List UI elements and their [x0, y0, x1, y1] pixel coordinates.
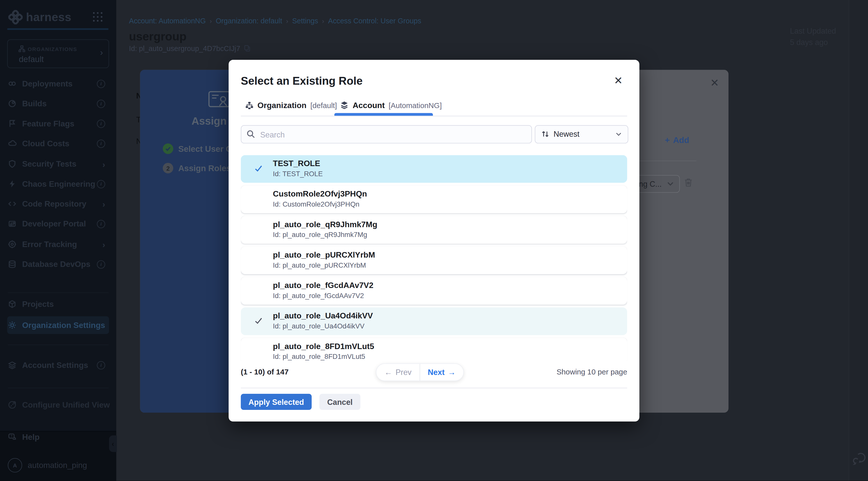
sidebar-item-cloud-costs[interactable]: Cloud Costs i: [8, 134, 108, 153]
delete-role-icon[interactable]: [684, 178, 692, 187]
prev-page-button[interactable]: ← Prev: [376, 368, 420, 377]
sidebar-item-help[interactable]: ? Help: [8, 428, 108, 447]
harness-logo: harness: [8, 10, 71, 24]
sidebar-item-error-tracking[interactable]: Error Tracking ›: [8, 235, 108, 254]
next-page-button[interactable]: Next →: [420, 368, 463, 377]
layers-icon: [340, 101, 349, 110]
search-box: [241, 125, 532, 144]
feature-flags-icon: [8, 119, 17, 128]
sidebar-item-deployments[interactable]: Deployments i: [8, 74, 108, 93]
pagination-range: (1 - 10) of 147: [241, 368, 288, 376]
sidebar-item-configure-unified-view[interactable]: Configure Unified View: [8, 396, 108, 414]
sort-dropdown[interactable]: Newest: [535, 125, 628, 144]
sidebar-item-feature-flags[interactable]: Feature Flags i: [8, 114, 108, 133]
cancel-button[interactable]: Cancel: [319, 394, 361, 410]
active-tab-underline: [334, 113, 433, 116]
sidebar-divider: [8, 344, 108, 345]
sidebar-item-security-tests[interactable]: Security Tests ›: [8, 155, 108, 173]
info-icon: i: [97, 139, 105, 148]
wrench-icon: [8, 400, 17, 410]
role-row-selected[interactable]: pl_auto_role_Ua4Od4ikVV Id: pl_auto_role…: [241, 307, 627, 335]
role-card-icon: [208, 91, 230, 107]
help-chat-icon: ?: [8, 432, 17, 441]
pagination-pill: ← Prev Next →: [376, 363, 464, 381]
add-role-button[interactable]: + Add: [665, 135, 689, 145]
sidebar-collapse-handle[interactable]: ‹: [109, 435, 117, 452]
sidebar-item-projects[interactable]: Projects: [8, 295, 108, 313]
sidebar-item-builds[interactable]: Builds i: [8, 94, 108, 113]
breadcrumb-link-organization[interactable]: Organization: default: [216, 17, 282, 25]
breadcrumb-separator: ›: [286, 17, 288, 25]
apply-selected-button[interactable]: Apply Selected: [241, 394, 312, 410]
sidebar-item-database-devops[interactable]: Database DevOps i: [8, 255, 108, 274]
tab-account[interactable]: Account [AutomationNG]: [340, 101, 442, 110]
role-list: TEST_ROLE Id: TEST_ROLE CustomRole2Ofvj3…: [241, 155, 627, 361]
info-icon: i: [97, 260, 105, 268]
sidebar-item-chaos-engineering[interactable]: Chaos Engineering i: [8, 174, 108, 193]
info-icon: i: [97, 180, 105, 188]
sidebar-header-divider: [7, 28, 108, 30]
search-icon: [246, 130, 255, 139]
chaos-engineering-icon: [8, 179, 17, 188]
check-icon: [253, 315, 264, 326]
sidebar-user[interactable]: A automation_ping: [8, 456, 108, 475]
entity-id: Id: pl_auto_usergroup_4D7bcCIJj7: [129, 44, 251, 53]
org-selector-label: ORGANIZATIONS: [28, 46, 77, 52]
chevron-right-icon: ›: [102, 240, 105, 248]
role-row-selected[interactable]: TEST_ROLE Id: TEST_ROLE: [241, 155, 627, 183]
wizard-close-icon[interactable]: ✕: [710, 77, 719, 89]
breadcrumb-link-settings[interactable]: Settings: [292, 17, 318, 25]
per-page-label: Showing 10 per page: [557, 368, 627, 376]
info-icon: i: [97, 361, 105, 369]
breadcrumb-link-account[interactable]: Account: AutomationNG: [129, 17, 206, 25]
role-row[interactable]: pl_auto_role_qR9Jhmk7Mg Id: pl_auto_role…: [241, 216, 627, 244]
chevron-down-icon: [616, 132, 622, 136]
breadcrumb-link-access-control[interactable]: Access Control: User Groups: [328, 17, 421, 25]
role-row[interactable]: pl_auto_role_fGcdAAv7V2 Id: pl_auto_role…: [241, 277, 627, 305]
info-icon: i: [97, 119, 105, 128]
sidebar-item-organization-settings[interactable]: Organization Settings: [8, 315, 108, 334]
builds-icon: [8, 99, 17, 108]
clipped-text-fragment: N: [136, 137, 140, 146]
chevron-right-icon: ›: [102, 160, 105, 168]
tabs-bottom-border: [241, 116, 627, 116]
modal-title: Select an Existing Role: [241, 75, 363, 88]
search-input[interactable]: [259, 126, 527, 143]
breadcrumb-separator: ›: [322, 17, 324, 25]
chevron-right-icon: ›: [100, 48, 103, 58]
projects-cube-icon: [8, 300, 17, 308]
step-complete-check-icon: [163, 144, 173, 154]
plus-icon: +: [665, 135, 670, 145]
chevron-right-icon: ›: [102, 200, 105, 208]
chevron-left-icon: ‹: [112, 440, 114, 448]
logo-wordmark: harness: [26, 10, 71, 24]
role-dropdown-value-clipped: ng C...: [639, 179, 662, 188]
content-right-zone: [849, 0, 868, 481]
organization-selector[interactable]: ORGANIZATIONS default ›: [7, 39, 109, 68]
last-updated-label: Last Updated: [790, 27, 836, 35]
footer-divider: [241, 388, 627, 388]
role-row[interactable]: pl_auto_role_8FD1mVLut5 Id: pl_auto_role…: [241, 338, 627, 360]
error-tracking-icon: [8, 240, 17, 248]
select-role-modal: Select an Existing Role ✕ Organization […: [228, 60, 639, 421]
developer-portal-icon: [8, 219, 17, 228]
copy-icon[interactable]: [244, 45, 251, 52]
modal-close-icon[interactable]: ✕: [614, 74, 623, 87]
sidebar-item-account-settings[interactable]: Account Settings i: [8, 356, 108, 374]
role-row[interactable]: CustomRole2Ofvj3PHQn Id: CustomRole2Ofvj…: [241, 185, 627, 213]
sidebar-divider: [8, 293, 108, 293]
arrow-left-icon: ←: [384, 368, 392, 377]
sidebar-item-developer-portal[interactable]: Developer Portal i: [8, 214, 108, 233]
role-row[interactable]: pl_auto_role_pURCXlYrbM Id: pl_auto_role…: [241, 246, 627, 274]
info-icon: i: [97, 99, 105, 108]
app-switcher-grid-icon[interactable]: [93, 12, 103, 22]
sort-value: Newest: [554, 130, 580, 139]
sidebar-item-code-repository[interactable]: Code Repository ›: [8, 194, 108, 213]
code-repository-icon: [8, 199, 17, 208]
chevron-down-icon: [667, 182, 674, 186]
page-title: usergroup: [129, 30, 187, 43]
support-chat-icon[interactable]: [852, 453, 867, 467]
tab-organization[interactable]: Organization [default]: [245, 101, 337, 110]
harness-diamond-icon: [8, 10, 23, 24]
user-name: automation_ping: [28, 461, 108, 470]
